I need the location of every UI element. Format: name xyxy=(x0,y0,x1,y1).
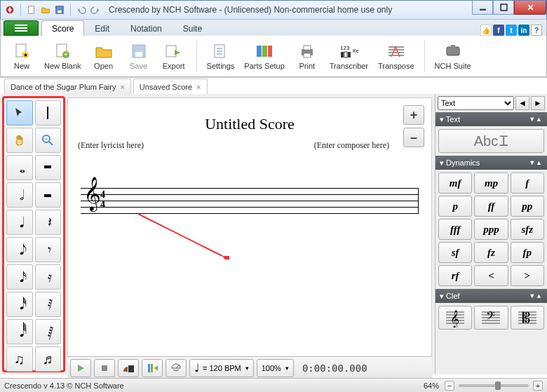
metronome-button[interactable] xyxy=(166,359,187,377)
selection-tool[interactable] xyxy=(6,100,33,126)
save-button[interactable]: Save xyxy=(122,37,156,75)
text-tool-button[interactable]: AbcᏆ xyxy=(438,129,544,153)
new-button[interactable]: ★New xyxy=(5,37,39,75)
dynamic-cresc[interactable]: < xyxy=(474,265,508,286)
nch-suite-button[interactable]: NCH Suite xyxy=(431,37,475,75)
play-button[interactable] xyxy=(70,359,91,377)
maximize-button[interactable] xyxy=(493,1,514,15)
beam-eighth[interactable]: ♫ xyxy=(6,346,33,372)
stop-button[interactable] xyxy=(94,359,115,377)
half-note[interactable]: 𝅗𝅥 xyxy=(6,182,33,208)
section-dynamics-header[interactable]: ▾ Dynamics▼▲ xyxy=(435,156,547,170)
open-button[interactable]: Open xyxy=(87,37,121,75)
close-button[interactable] xyxy=(514,1,546,15)
score-canvas[interactable]: Untitled Score (Enter lyricist here) (En… xyxy=(67,97,432,371)
whole-rest[interactable] xyxy=(35,155,62,180)
zoom-control[interactable]: 100%▾ xyxy=(257,359,294,377)
facebook-icon[interactable]: f xyxy=(493,25,504,36)
sixteenth-rest[interactable]: 𝄿 xyxy=(35,264,62,290)
dynamic-sfz[interactable]: sfz xyxy=(511,219,544,240)
zoom-minus-icon[interactable]: − xyxy=(445,381,454,391)
doctab-sugar-plum[interactable]: Dance of the Sugar Plum Fairy× xyxy=(4,79,131,94)
staff[interactable]: 𝄞 44 xyxy=(81,188,419,213)
tab-suite[interactable]: Suite xyxy=(173,20,212,36)
clef-treble[interactable]: 𝄞 xyxy=(438,306,472,330)
qat-undo-icon[interactable] xyxy=(75,4,88,16)
parts-setup-button[interactable]: Parts Setup xyxy=(240,37,288,75)
dynamic-fz[interactable]: fz xyxy=(474,242,508,263)
quarter-rest[interactable]: 𝄽 xyxy=(35,210,62,235)
linkedin-icon[interactable]: in xyxy=(518,25,529,36)
qat-redo-icon[interactable] xyxy=(89,4,102,16)
instruments-button[interactable] xyxy=(118,359,139,377)
close-icon[interactable]: × xyxy=(196,83,201,91)
beam-sixteenth[interactable]: ♬ xyxy=(35,346,62,372)
clef-alto[interactable]: 𝄡 xyxy=(511,306,544,330)
close-icon[interactable]: × xyxy=(120,83,124,91)
tempo-control[interactable]: ♩= 120 BPM▾ xyxy=(189,359,254,377)
zoom-tool[interactable]: + xyxy=(35,128,62,153)
dynamic-decresc[interactable]: > xyxy=(511,265,544,286)
zoom-in-button[interactable]: + xyxy=(403,105,424,125)
svg-rect-34 xyxy=(447,47,459,55)
new-blank-button[interactable]: +New Blank xyxy=(40,37,86,75)
tab-notation[interactable]: Notation xyxy=(120,20,173,36)
minimize-button[interactable] xyxy=(472,1,493,15)
palette-next-button[interactable]: ► xyxy=(531,96,545,110)
score-title[interactable]: Untitled Score xyxy=(68,115,431,133)
dynamic-ff[interactable]: ff xyxy=(474,196,508,217)
svg-rect-14 xyxy=(166,46,176,57)
hand-tool[interactable] xyxy=(6,128,33,153)
dynamic-mf[interactable]: mf xyxy=(438,173,472,194)
sixtyfourth-rest[interactable]: 𝅁 xyxy=(35,319,62,344)
palette-prev-button[interactable]: ◄ xyxy=(515,96,529,110)
sixteenth-note[interactable]: 𝅘𝅥𝅯 xyxy=(6,264,33,290)
dynamic-pp[interactable]: pp xyxy=(511,196,544,217)
qat-new-icon[interactable] xyxy=(25,4,38,16)
eighth-note[interactable]: 𝅘𝅥𝅮 xyxy=(6,237,33,262)
barline-tool[interactable] xyxy=(35,100,62,126)
thirtysecond-rest[interactable]: 𝅀 xyxy=(35,292,62,317)
dynamic-ppp[interactable]: ppp xyxy=(474,219,508,240)
dynamic-mp[interactable]: mp xyxy=(474,173,508,194)
print-button[interactable]: Print xyxy=(290,37,324,75)
help-icon[interactable]: ? xyxy=(531,25,542,36)
whole-note[interactable]: 𝅝 xyxy=(6,155,33,180)
zoom-slider[interactable]: − + xyxy=(445,381,543,391)
app-menu-button[interactable] xyxy=(4,20,39,36)
zoom-thumb[interactable] xyxy=(495,381,501,390)
transpose-button[interactable]: Transpose xyxy=(374,37,419,75)
dynamic-p[interactable]: p xyxy=(438,196,472,217)
dynamics-grid: mf mp f p ff pp fff ppp sfz sf fz fp rf … xyxy=(438,173,544,286)
doctab-unsaved[interactable]: Unsaved Score× xyxy=(133,79,208,94)
tab-score[interactable]: Score xyxy=(41,20,84,36)
thumbs-up-icon[interactable]: 👍 xyxy=(480,25,492,36)
zoom-out-button[interactable]: – xyxy=(403,128,424,147)
loop-button[interactable] xyxy=(142,359,163,377)
qat-save-icon[interactable] xyxy=(53,4,66,16)
clef-bass[interactable]: 𝄢 xyxy=(474,306,508,330)
section-text-header[interactable]: ▾ Text▼▲ xyxy=(435,112,547,126)
transcriber-button[interactable]: 123KeysTranscriber xyxy=(325,37,372,75)
twitter-icon[interactable]: t xyxy=(506,25,517,36)
tab-edit[interactable]: Edit xyxy=(84,20,120,36)
dynamic-fp[interactable]: fp xyxy=(511,242,544,263)
composer-placeholder[interactable]: (Enter composer here) xyxy=(314,140,389,151)
dynamic-fff[interactable]: fff xyxy=(438,219,472,240)
section-clef-header[interactable]: ▾ Clef▼▲ xyxy=(435,289,547,303)
sixtyfourth-note[interactable]: 𝅘𝅥𝅱 xyxy=(6,319,33,344)
quarter-note[interactable]: 𝅘𝅥 xyxy=(6,210,33,235)
zoom-buttons: + – xyxy=(403,105,424,150)
eighth-rest[interactable]: 𝄾 xyxy=(35,237,62,262)
half-rest[interactable] xyxy=(35,182,62,208)
palette-selector[interactable]: Text xyxy=(438,96,514,110)
lyricist-placeholder[interactable]: (Enter lyricist here) xyxy=(78,140,144,151)
dynamic-sf[interactable]: sf xyxy=(438,242,472,263)
zoom-plus-icon[interactable]: + xyxy=(533,381,543,391)
dynamic-f[interactable]: f xyxy=(511,173,544,194)
dynamic-rf[interactable]: rf xyxy=(438,265,472,286)
export-button[interactable]: Export xyxy=(157,37,191,75)
qat-open-icon[interactable] xyxy=(39,4,52,16)
settings-button[interactable]: Settings xyxy=(203,37,239,75)
thirtysecond-note[interactable]: 𝅘𝅥𝅰 xyxy=(6,292,33,317)
